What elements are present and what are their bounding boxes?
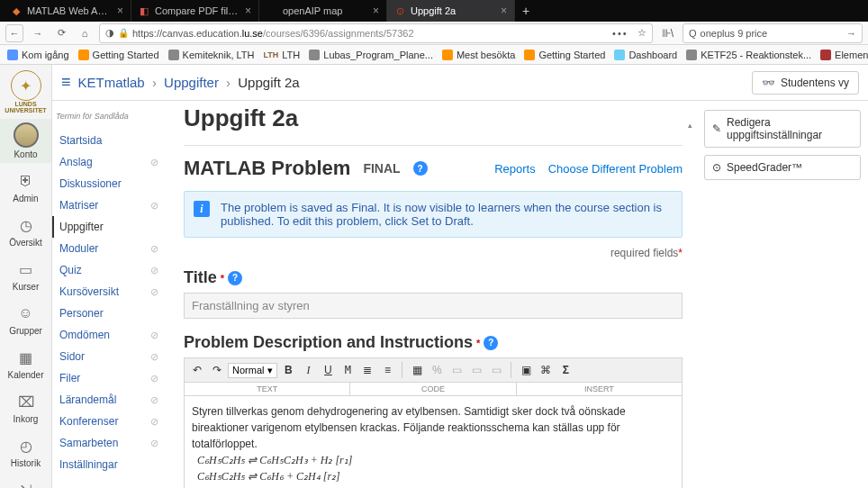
- choose-problem-link[interactable]: Choose Different Problem: [548, 162, 683, 176]
- close-icon[interactable]: ×: [501, 5, 507, 17]
- hidden-eye-icon: ⊘: [150, 373, 158, 384]
- coursenav-item[interactable]: Omdömen⊘: [56, 324, 162, 346]
- nav-courses[interactable]: ▭Kurser: [0, 255, 51, 295]
- browser-tab-active[interactable]: ⊙ Uppgift 2a ×: [387, 0, 515, 22]
- nav-inbox[interactable]: ⌧Inkorg: [0, 387, 51, 428]
- coursenav-item[interactable]: Diskussioner: [56, 173, 162, 194]
- coursenav-item[interactable]: Samarbeten⊘: [56, 432, 162, 454]
- coursenav-item[interactable]: Startsida: [56, 130, 162, 151]
- nav-account[interactable]: Konto: [0, 119, 51, 163]
- help-icon[interactable]: ?: [413, 161, 428, 176]
- coursenav-item[interactable]: Matriser⊘: [56, 194, 162, 216]
- bookmark-item[interactable]: Dashboard: [612, 50, 679, 60]
- nav-history[interactable]: ◴Historik: [0, 431, 51, 472]
- browser-tab[interactable]: ◆ MATLAB Web Apps ×: [4, 0, 131, 22]
- coursenav-item[interactable]: Personer: [56, 303, 162, 324]
- breadcrumb-mid[interactable]: Uppgifter: [164, 75, 219, 90]
- mono-button[interactable]: M: [339, 361, 357, 379]
- bookmark-star-icon[interactable]: ☆: [637, 27, 646, 39]
- redo-button[interactable]: ↷: [208, 361, 226, 379]
- nav-dashboard[interactable]: ◷Översikt: [0, 211, 51, 251]
- bookmark-item[interactable]: Kemiteknik, LTH: [167, 50, 257, 60]
- status-badge: FINAL: [363, 161, 400, 176]
- page-sidebar: ✎ Redigera uppgiftsinställningar ⊙ Speed…: [697, 101, 868, 488]
- bookmark-item[interactable]: Kom igång: [5, 50, 71, 60]
- bullet-list-button[interactable]: ≣: [358, 361, 376, 379]
- underline-button[interactable]: U: [319, 361, 337, 379]
- code-block-button[interactable]: %: [428, 361, 446, 379]
- bookmark-item[interactable]: KETF25 - Reaktionstek...: [684, 50, 813, 60]
- bold-button[interactable]: B: [279, 361, 297, 379]
- coursenav-item[interactable]: Kursöversikt⊘: [56, 281, 162, 303]
- bookmark-item[interactable]: Mest besökta: [440, 50, 517, 60]
- italic-button[interactable]: I: [299, 361, 317, 379]
- browser-tab[interactable]: openAIP map ×: [259, 0, 387, 22]
- image-button[interactable]: ▣: [517, 361, 535, 379]
- close-icon[interactable]: ×: [245, 5, 251, 17]
- main-content: Uppgift 2a MATLAB Problem FINAL ? Report…: [169, 101, 697, 488]
- help-icon[interactable]: ?: [228, 271, 242, 285]
- tab-label: Compare PDF files - 100% Free: [155, 5, 240, 16]
- coursenav-item[interactable]: Inställningar: [56, 454, 162, 475]
- bookmark-item[interactable]: Elements of Chemical ...: [818, 50, 868, 60]
- coursenav-item[interactable]: Moduler⊘: [56, 238, 162, 259]
- scroll-up-icon[interactable]: ▴: [684, 121, 695, 131]
- breadcrumb-root[interactable]: KETmatlab: [78, 75, 145, 90]
- bookmark-item[interactable]: Lubas_Program_Plane...: [307, 50, 435, 60]
- undo-button[interactable]: ↶: [188, 361, 206, 379]
- rte-toolbar: ↶ ↷ Normal▾ B I U M ≣ ≡ ▦ % ▭ ▭: [184, 357, 683, 383]
- nav-groups[interactable]: ☺Grupper: [0, 299, 51, 339]
- edit-settings-button[interactable]: ✎ Redigera uppgiftsinställningar: [704, 110, 861, 148]
- speedgrader-button[interactable]: ⊙ SpeedGrader™: [704, 155, 861, 180]
- library-icon[interactable]: ⊪\: [658, 27, 677, 40]
- tab-favicon: ◧: [139, 5, 149, 16]
- bookmark-item[interactable]: Getting Started: [522, 50, 607, 60]
- bookmark-item[interactable]: Getting Started: [77, 50, 161, 60]
- reports-link[interactable]: Reports: [494, 162, 536, 176]
- coursenav-item[interactable]: Filer⊘: [56, 367, 162, 389]
- coursenav-item[interactable]: Sidor⊘: [56, 346, 162, 367]
- disabled-button: ▭: [448, 361, 466, 379]
- title-input[interactable]: [184, 293, 683, 319]
- student-view-button[interactable]: 👓 Studentens vy: [752, 71, 859, 95]
- close-icon[interactable]: ×: [117, 5, 123, 17]
- coursenav-label: Diskussioner: [59, 177, 122, 190]
- nav-calendar[interactable]: ▦Kalender: [0, 343, 51, 384]
- hidden-eye-icon: ⊘: [150, 351, 158, 363]
- hidden-eye-icon: ⊘: [150, 394, 158, 406]
- forward-button[interactable]: →: [29, 24, 47, 42]
- browser-tab[interactable]: ◧ Compare PDF files - 100% Free ×: [131, 0, 259, 22]
- dashboard-icon: [614, 50, 625, 60]
- url-text: https://canvas.education.lu.se/courses/6…: [132, 28, 414, 39]
- page-icon: [168, 50, 179, 60]
- nav-commons[interactable]: ⇲Commons: [0, 475, 51, 488]
- page-actions-icon[interactable]: •••: [612, 28, 628, 39]
- new-tab-button[interactable]: +: [515, 0, 537, 22]
- reload-button[interactable]: ⟳: [52, 24, 70, 42]
- bookmark-item[interactable]: LTHLTH: [261, 50, 302, 60]
- title-field-label: Title* ?: [184, 268, 683, 287]
- format-select[interactable]: Normal▾: [228, 363, 277, 378]
- back-button[interactable]: ←: [5, 24, 23, 42]
- close-icon[interactable]: ×: [373, 5, 379, 17]
- hidden-eye-icon: ⊘: [150, 330, 158, 341]
- url-bar[interactable]: ◑ 🔒 https://canvas.education.lu.se/cours…: [99, 23, 653, 43]
- code-button[interactable]: ▦: [408, 361, 426, 379]
- coursenav-item[interactable]: Anslag⊘: [56, 151, 162, 173]
- equation-button[interactable]: Σ: [556, 361, 574, 379]
- coursenav-item[interactable]: Lärandemål⊘: [56, 389, 162, 411]
- home-button[interactable]: ⌂: [76, 24, 94, 42]
- link-button[interactable]: ⌘: [537, 361, 555, 379]
- nav-admin[interactable]: ⛨Admin: [0, 167, 51, 207]
- help-icon[interactable]: ?: [484, 336, 498, 350]
- institution-logo[interactable]: ✦ LUNDS UNIVERSITET: [0, 68, 51, 115]
- glasses-icon: 👓: [762, 77, 775, 89]
- coursenav-item[interactable]: Quiz⊘: [56, 259, 162, 281]
- search-bar[interactable]: Q oneplus 9 price →: [683, 23, 863, 43]
- go-icon[interactable]: →: [846, 28, 856, 39]
- number-list-button[interactable]: ≡: [378, 361, 396, 379]
- menu-icon[interactable]: ≡: [61, 73, 71, 92]
- rte-body[interactable]: Styren tillverkas genom dehydrogenering …: [184, 396, 683, 488]
- coursenav-item[interactable]: Konferenser⊘: [56, 411, 162, 432]
- coursenav-item[interactable]: Uppgifter: [52, 216, 162, 238]
